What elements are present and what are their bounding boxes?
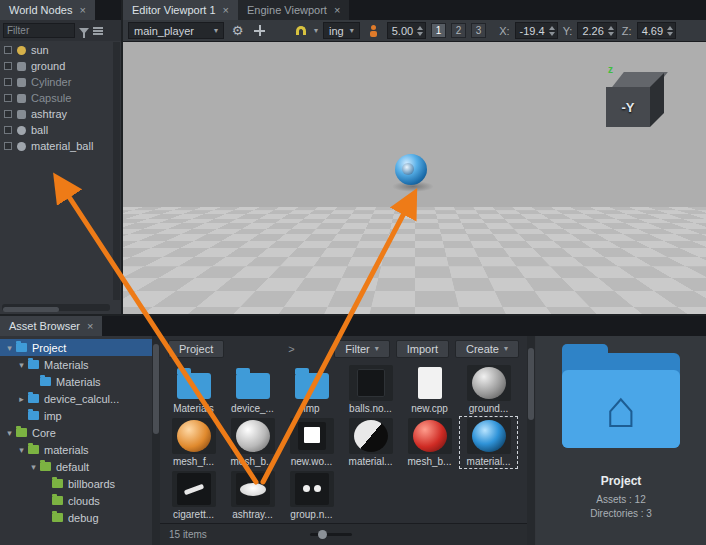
tab-editor-viewport[interactable]: Editor Viewport 1 × bbox=[123, 0, 238, 20]
folder-icon bbox=[28, 360, 39, 369]
asset-grid-scrollbar[interactable] bbox=[527, 336, 535, 545]
tree-item-debug[interactable]: debug bbox=[0, 509, 152, 526]
slider-knob[interactable] bbox=[318, 530, 327, 539]
close-icon[interactable]: × bbox=[334, 5, 340, 16]
camera-x-spinner[interactable]: -19.4 bbox=[515, 22, 558, 39]
breadcrumb-project-button[interactable]: Project bbox=[168, 340, 224, 358]
close-icon[interactable]: × bbox=[79, 5, 85, 16]
tree-item-project[interactable]: Project bbox=[0, 339, 152, 356]
import-button[interactable]: Import bbox=[396, 340, 449, 358]
tree-item-core-materials[interactable]: materials bbox=[0, 441, 152, 458]
expand-arrow-icon[interactable] bbox=[16, 394, 27, 404]
tree-item-core[interactable]: Core bbox=[0, 424, 152, 441]
material-ball-sphere bbox=[395, 154, 427, 185]
asset-item[interactable]: mesh_b... bbox=[400, 416, 459, 469]
speed-preset-2-button[interactable]: 2 bbox=[451, 23, 466, 38]
expand-arrow-icon[interactable] bbox=[16, 360, 27, 370]
tree-item-clouds[interactable]: clouds bbox=[0, 492, 152, 509]
camera-speed-button[interactable] bbox=[365, 22, 382, 39]
speed-preset-1-button[interactable]: 1 bbox=[431, 23, 446, 38]
filter-input[interactable] bbox=[3, 23, 75, 38]
tree-item-materials[interactable]: Materials bbox=[0, 356, 152, 373]
snap-toggle-button[interactable] bbox=[292, 22, 309, 39]
material-ball-object[interactable] bbox=[395, 154, 431, 194]
create-dropdown-button[interactable]: Create ▾ bbox=[455, 340, 519, 358]
expand-arrow-icon[interactable] bbox=[4, 428, 15, 438]
spinner-arrows-icon[interactable] bbox=[549, 26, 555, 36]
camera-speed-spinner[interactable]: 5.00 bbox=[387, 22, 426, 39]
navigation-mode-button[interactable] bbox=[251, 22, 268, 39]
node-item-material-ball[interactable]: material_ball bbox=[0, 138, 113, 154]
camera-select-value: main_player bbox=[134, 25, 194, 37]
node-item-capsule[interactable]: Capsule bbox=[0, 90, 113, 106]
node-checkbox[interactable] bbox=[4, 142, 12, 150]
node-item-ball[interactable]: ball bbox=[0, 122, 113, 138]
thumbnail-size-slider[interactable] bbox=[310, 533, 352, 536]
filter-dropdown-button[interactable]: Filter ▾ bbox=[334, 340, 389, 358]
breadcrumb-separator: > bbox=[288, 343, 294, 355]
expand-arrow-icon[interactable] bbox=[16, 445, 27, 455]
spinner-arrows-icon[interactable] bbox=[667, 26, 673, 36]
asset-item[interactable]: group.n... bbox=[282, 469, 341, 522]
speed-preset-3-button[interactable]: 3 bbox=[471, 23, 486, 38]
node-checkbox[interactable] bbox=[4, 110, 12, 118]
asset-item[interactable]: new.cpp bbox=[400, 363, 459, 416]
asset-item[interactable]: ground... bbox=[459, 363, 518, 416]
tree-item-materials-sub[interactable]: Materials bbox=[0, 373, 152, 390]
tree-item-default[interactable]: default bbox=[0, 458, 152, 475]
node-item-sun[interactable]: sun bbox=[0, 42, 113, 58]
close-icon[interactable]: × bbox=[223, 5, 229, 16]
asset-item[interactable]: material... bbox=[341, 416, 400, 469]
navigation-gizmo-cube[interactable]: z -Y bbox=[606, 72, 678, 136]
tab-asset-browser[interactable]: Asset Browser × bbox=[0, 316, 102, 336]
tab-engine-viewport[interactable]: Engine Viewport × bbox=[238, 0, 349, 20]
node-item-cylinder[interactable]: Cylinder bbox=[0, 74, 113, 90]
node-item-ashtray[interactable]: ashtray bbox=[0, 106, 113, 122]
camera-y-spinner[interactable]: 2.26 bbox=[577, 22, 616, 39]
asset-item[interactable]: imp bbox=[282, 363, 341, 416]
gizmo-front-face[interactable]: -Y bbox=[606, 87, 650, 127]
spinner-arrows-icon[interactable] bbox=[608, 26, 614, 36]
asset-item[interactable]: device_... bbox=[223, 363, 282, 416]
world-nodes-vertical-scrollbar[interactable] bbox=[113, 42, 120, 300]
asset-item[interactable]: Materials bbox=[164, 363, 223, 416]
world-nodes-horizontal-scrollbar[interactable] bbox=[2, 304, 110, 311]
spinner-arrows-icon[interactable] bbox=[417, 26, 423, 36]
scrollbar-thumb[interactable] bbox=[3, 307, 59, 312]
snapping-dropdown[interactable]: ing ▾ bbox=[323, 22, 360, 39]
node-checkbox[interactable] bbox=[4, 78, 12, 86]
camera-settings-button[interactable]: ⚙ bbox=[229, 22, 246, 39]
asset-item[interactable]: ashtray... bbox=[223, 469, 282, 522]
asset-item[interactable]: balls.no... bbox=[341, 363, 400, 416]
node-checkbox[interactable] bbox=[4, 126, 12, 134]
asset-item[interactable]: cigarett... bbox=[164, 469, 223, 522]
asset-tree-scrollbar[interactable] bbox=[152, 336, 160, 545]
close-icon[interactable]: × bbox=[87, 321, 93, 332]
tree-item-imp[interactable]: imp bbox=[0, 407, 152, 424]
node-checkbox[interactable] bbox=[4, 94, 12, 102]
material-sphere-thumbnail bbox=[467, 365, 511, 401]
node-checkbox[interactable] bbox=[4, 62, 12, 70]
chevron-down-icon[interactable]: ▾ bbox=[314, 27, 318, 35]
hierarchy-sort-icon[interactable] bbox=[93, 27, 103, 29]
camera-z-spinner[interactable]: 4.69 bbox=[637, 22, 676, 39]
y-axis-label: Y: bbox=[563, 25, 573, 37]
expand-arrow-icon[interactable] bbox=[28, 462, 39, 472]
viewport-canvas[interactable]: z -Y bbox=[123, 42, 706, 314]
tree-item-device-calcul[interactable]: device_calcul... bbox=[0, 390, 152, 407]
asset-item[interactable]: mesh_b... bbox=[223, 416, 282, 469]
tree-item-billboards[interactable]: billboards bbox=[0, 475, 152, 492]
node-item-ground[interactable]: ground bbox=[0, 58, 113, 74]
filter-funnel-icon[interactable] bbox=[79, 28, 89, 34]
node-checkbox[interactable] bbox=[4, 46, 12, 54]
asset-item[interactable]: mesh_f... bbox=[164, 416, 223, 469]
tab-world-nodes[interactable]: World Nodes × bbox=[0, 0, 95, 20]
asset-item-material-ball[interactable]: material... bbox=[459, 416, 518, 469]
asset-item[interactable]: new.wo... bbox=[282, 416, 341, 469]
expand-arrow-icon[interactable] bbox=[4, 343, 15, 353]
x-axis-label: X: bbox=[499, 25, 509, 37]
scrollbar-thumb[interactable] bbox=[153, 344, 159, 434]
camera-select[interactable]: main_player ▾ bbox=[128, 22, 224, 39]
texture-thumbnail bbox=[290, 418, 334, 454]
scrollbar-thumb[interactable] bbox=[528, 348, 534, 420]
